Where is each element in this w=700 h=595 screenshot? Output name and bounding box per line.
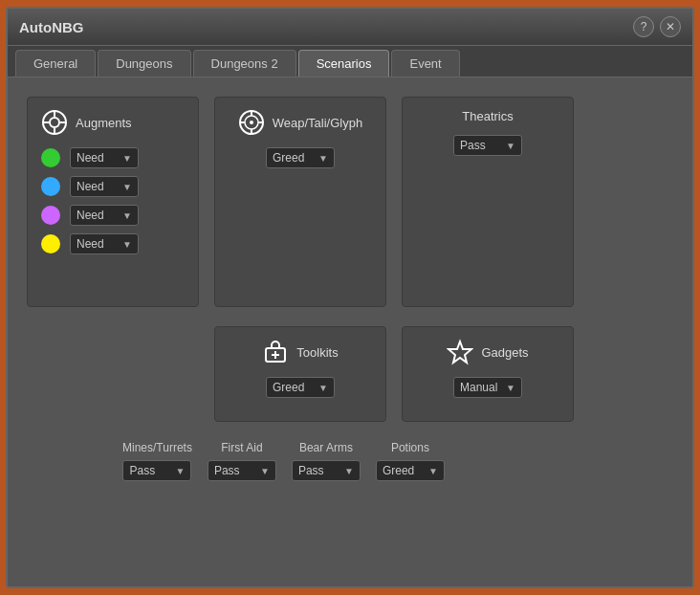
toolkits-dropdown[interactable]: Greed ▼ [266,377,335,398]
augments-title: Augments [76,116,132,130]
chevron-down-icon: ▼ [122,239,132,250]
mines-item: Mines/Turrets Pass ▼ [122,441,192,481]
chevron-down-icon: ▼ [122,210,132,221]
augments-header: Augments [41,109,185,136]
toolkits-icon [262,339,289,365]
toolkits-title: Toolkits [296,345,338,360]
top-row: Augments Need ▼ Need ▼ [27,97,673,307]
augments-card: Augments Need ▼ Need ▼ [27,97,199,307]
color-row-yellow: Need ▼ [41,233,185,254]
help-button[interactable]: ? [633,16,654,37]
theatrics-header: Theatrics [462,109,513,123]
tab-event[interactable]: Event [391,50,459,77]
augments-dropdown-1[interactable]: Need ▼ [70,147,139,168]
svg-marker-16 [448,342,471,363]
title-bar: AutoNBG ? ✕ [8,9,692,46]
chevron-down-icon: ▼ [260,466,270,476]
chevron-down-icon: ▼ [122,182,132,192]
svg-point-12 [250,121,253,124]
weapon-icon [238,109,265,136]
svg-point-1 [50,118,59,127]
weapon-card: Weap/Tali/Glyph Greed ▼ [214,97,386,307]
gadgets-icon [447,339,473,365]
chevron-down-icon: ▼ [176,466,186,476]
toolkits-header: Toolkits [262,339,338,365]
chevron-down-icon: ▼ [122,153,132,164]
augments-dropdown-4[interactable]: Need ▼ [70,233,139,254]
window-title: AutoNBG [19,19,84,35]
color-circle-blue [41,177,60,196]
weapon-dropdown[interactable]: Greed ▼ [266,147,335,168]
weapon-title: Weap/Tali/Glyph [273,116,362,130]
theatrics-dropdown[interactable]: Pass ▼ [453,135,522,156]
firstaid-dropdown[interactable]: Pass ▼ [208,460,276,481]
main-window: AutoNBG ? ✕ General Dungeons Dungeons 2 … [6,7,694,588]
middle-row: Toolkits Greed ▼ Gadgets [214,326,673,422]
mines-dropdown[interactable]: Pass ▼ [122,460,191,481]
augments-icon [41,109,68,136]
chevron-down-icon: ▼ [318,153,328,164]
chevron-down-icon: ▼ [506,383,515,393]
gadgets-dropdown[interactable]: Manual ▼ [453,377,522,398]
gadgets-card: Gadgets Manual ▼ [402,326,574,422]
beararms-dropdown[interactable]: Pass ▼ [292,460,361,481]
tab-scenarios[interactable]: Scenarios [298,50,390,77]
color-circle-yellow [41,234,60,253]
mines-label: Mines/Turrets [122,441,192,454]
firstaid-item: First Aid Pass ▼ [208,441,276,481]
gadgets-title: Gadgets [481,345,528,360]
firstaid-label: First Aid [221,441,262,454]
tab-bar: General Dungeons Dungeons 2 Scenarios Ev… [8,46,692,77]
beararms-label: Bear Arms [299,441,353,454]
chevron-down-icon: ▼ [344,466,354,476]
augments-dropdown-3[interactable]: Need ▼ [70,205,139,226]
color-row-blue: Need ▼ [41,176,185,197]
color-row-green: Need ▼ [41,147,185,168]
content-area: Augments Need ▼ Need ▼ [8,77,692,586]
color-row-purple: Need ▼ [41,205,185,226]
color-circle-purple [41,206,60,225]
chevron-down-icon: ▼ [318,383,328,393]
potions-label: Potions [391,441,429,454]
chevron-down-icon: ▼ [506,141,515,151]
bottom-row: Mines/Turrets Pass ▼ First Aid Pass ▼ Be… [27,441,673,481]
close-button[interactable]: ✕ [660,16,681,37]
chevron-down-icon: ▼ [428,466,438,476]
theatrics-title: Theatrics [462,109,513,123]
color-circle-green [41,148,60,167]
tab-dungeons2[interactable]: Dungeons 2 [193,50,296,77]
augments-dropdown-2[interactable]: Need ▼ [70,176,139,197]
tab-dungeons[interactable]: Dungeons [98,50,190,77]
theatrics-card: Theatrics Pass ▼ [402,97,574,307]
gadgets-header: Gadgets [447,339,528,365]
potions-dropdown[interactable]: Greed ▼ [376,460,445,481]
title-buttons: ? ✕ [633,16,681,37]
weapon-header: Weap/Tali/Glyph [238,109,362,136]
tab-general[interactable]: General [15,50,96,77]
potions-item: Potions Greed ▼ [376,441,445,481]
toolkits-card: Toolkits Greed ▼ [214,326,386,422]
beararms-item: Bear Arms Pass ▼ [292,441,361,481]
